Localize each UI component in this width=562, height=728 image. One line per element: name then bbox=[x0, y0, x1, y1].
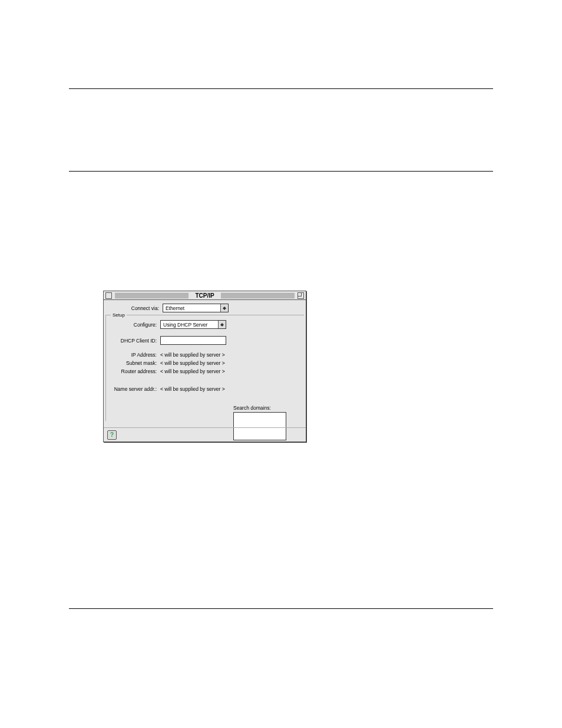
configure-row: Configure: Using DHCP Server bbox=[106, 320, 304, 329]
dhcp-client-id-label: DHCP Client ID: bbox=[106, 338, 160, 344]
dhcp-client-id-row: DHCP Client ID: bbox=[106, 336, 304, 345]
ip-address-row: IP Address: < will be supplied by server… bbox=[106, 352, 304, 358]
zoom-box-icon[interactable] bbox=[297, 292, 304, 299]
close-box-icon[interactable] bbox=[105, 292, 112, 299]
tcpip-window: TCP/IP Connect via: Ethernet Setup Confi… bbox=[103, 291, 306, 442]
subnet-mask-value: < will be supplied by server > bbox=[160, 360, 225, 366]
dhcp-client-id-input[interactable] bbox=[160, 336, 226, 345]
help-icon: ? bbox=[110, 431, 114, 438]
titlebar[interactable]: TCP/IP bbox=[104, 291, 306, 300]
window-body: Connect via: Ethernet Setup Configure: U… bbox=[104, 300, 306, 427]
titlebar-stripes bbox=[221, 293, 295, 298]
window-footer: ? bbox=[104, 427, 306, 442]
connect-via-popup[interactable]: Ethernet bbox=[163, 304, 229, 312]
setup-content: Configure: Using DHCP Server DHCP Client… bbox=[106, 315, 304, 392]
titlebar-stripes bbox=[115, 293, 189, 298]
connect-via-row: Connect via: Ethernet bbox=[108, 304, 301, 312]
configure-label: Configure: bbox=[106, 322, 160, 328]
setup-fieldset: Setup Configure: Using DHCP Server DHCP … bbox=[105, 315, 304, 421]
divider-3 bbox=[69, 608, 493, 609]
updown-arrows-icon bbox=[220, 304, 228, 312]
help-button[interactable]: ? bbox=[107, 430, 117, 440]
ip-address-label: IP Address: bbox=[106, 352, 160, 358]
connect-via-value: Ethernet bbox=[166, 305, 184, 311]
divider-2 bbox=[69, 171, 493, 172]
router-address-row: Router address: < will be supplied by se… bbox=[106, 368, 304, 374]
ip-address-value: < will be supplied by server > bbox=[160, 352, 225, 358]
subnet-mask-label: Subnet mask: bbox=[106, 360, 160, 366]
subnet-mask-row: Subnet mask: < will be supplied by serve… bbox=[106, 360, 304, 366]
updown-arrows-icon bbox=[218, 321, 226, 328]
name-server-label: Name server addr.: bbox=[106, 386, 160, 392]
router-address-value: < will be supplied by server > bbox=[160, 368, 225, 374]
name-server-row: Name server addr.: < will be supplied by… bbox=[106, 386, 304, 392]
divider-1 bbox=[69, 88, 493, 89]
configure-popup[interactable]: Using DHCP Server bbox=[160, 320, 226, 329]
name-server-value: < will be supplied by server > bbox=[160, 386, 225, 392]
setup-legend: Setup bbox=[111, 312, 127, 318]
configure-value: Using DHCP Server bbox=[163, 322, 207, 328]
search-domains-label: Search domains: bbox=[233, 405, 286, 411]
router-address-label: Router address: bbox=[106, 368, 160, 374]
connect-via-label: Connect via: bbox=[108, 305, 163, 311]
window-title: TCP/IP bbox=[191, 292, 217, 299]
